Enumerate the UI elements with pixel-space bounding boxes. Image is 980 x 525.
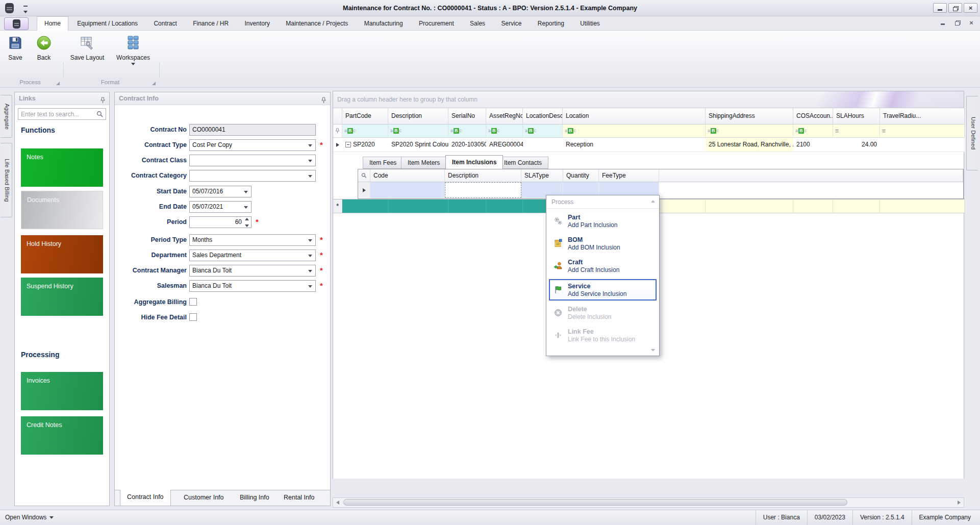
ribbon-tab-home[interactable]: Home <box>37 16 68 31</box>
back-button[interactable]: Back <box>30 33 58 61</box>
contract-manager-dropdown[interactable]: Bianca Du Toit <box>189 265 316 277</box>
column-header-assetregno[interactable]: AssetRegNo <box>486 108 523 124</box>
append-cell-assetregno[interactable] <box>486 199 523 213</box>
period-type-dropdown[interactable]: Months <box>189 234 316 246</box>
ribbon-tab-reporting[interactable]: Reporting <box>531 17 571 31</box>
column-header-description[interactable]: Description <box>388 108 448 124</box>
column-header-location[interactable]: Location <box>563 108 706 124</box>
group-dialog-launcher-icon[interactable] <box>152 82 156 85</box>
mdi-close-button[interactable]: × <box>968 19 975 26</box>
column-header-cosaccount[interactable]: COSAccoun... <box>793 108 833 124</box>
pin-icon[interactable] <box>100 95 106 108</box>
notes-button[interactable]: Notes <box>21 148 103 187</box>
aggregate-billing-checkbox[interactable] <box>189 298 197 306</box>
invoices-button[interactable]: Invoices <box>21 372 103 410</box>
grid-data-row[interactable]: SP2020 SP2020 Sprint Colour ... 2020-103… <box>333 138 964 152</box>
filter-cell-travelradius[interactable]: = <box>880 124 965 138</box>
menu-item-service[interactable]: Service Add Service Inclusion <box>549 279 657 301</box>
filter-cell-slahours[interactable]: = <box>833 124 880 138</box>
side-tab-life-based-billing[interactable]: Life Based Billing <box>1 143 12 217</box>
open-windows-button[interactable]: Open Windows <box>5 510 54 525</box>
filter-cell-location[interactable]: aBc <box>563 124 706 138</box>
menu-item-bom[interactable]: BOM Add BOM Inclusion <box>549 234 657 254</box>
filter-cell-shippingaddress[interactable]: aBc <box>706 124 793 138</box>
column-header-slahours[interactable]: SLAHours <box>833 108 880 124</box>
filter-cell-cosaccount[interactable]: aBc <box>793 124 833 138</box>
column-header-serialno[interactable]: SerialNo <box>448 108 486 124</box>
cell-assetregno[interactable]: AREG000046 <box>486 138 523 152</box>
ribbon-tab-equipment-locations[interactable]: Equipment / Locations <box>70 17 145 31</box>
period-field[interactable]: 60 <box>189 216 252 228</box>
column-header-partcode[interactable]: PartCode <box>342 108 388 124</box>
subcell-code[interactable] <box>370 182 445 198</box>
restore-button[interactable] <box>948 3 962 13</box>
salesman-dropdown[interactable]: Bianca Du Toit <box>189 280 316 292</box>
save-layout-button[interactable]: Save Layout <box>67 33 107 61</box>
department-dropdown[interactable]: Sales Department <box>189 249 316 261</box>
subcolumn-header-quantity[interactable]: Quantity <box>563 169 599 182</box>
side-tab-user-defined[interactable]: User Defined <box>966 96 978 170</box>
append-cell-travelradius[interactable] <box>880 199 965 213</box>
filter-cell-assetregno[interactable]: aBc <box>486 124 523 138</box>
append-cell-description[interactable] <box>388 199 448 213</box>
tab-contract-info[interactable]: Contract Info <box>120 490 171 506</box>
cell-description[interactable]: SP2020 Sprint Colour ... <box>388 138 448 152</box>
menu-scroll-down-icon[interactable] <box>651 349 655 352</box>
search-input[interactable] <box>21 110 95 118</box>
scroll-right-icon[interactable] <box>958 501 961 505</box>
ribbon-tab-contract[interactable]: Contract <box>146 17 184 31</box>
quick-access-dropdown-icon[interactable] <box>23 6 28 15</box>
suspend-history-button[interactable]: Suspend History <box>21 278 103 316</box>
subcolumn-header-code[interactable]: Code <box>370 169 445 182</box>
credit-notes-button[interactable]: Credit Notes <box>21 416 103 455</box>
workspaces-button[interactable]: Workspaces <box>113 33 153 65</box>
ribbon-tab-inventory[interactable]: Inventory <box>238 17 277 31</box>
cell-locationdesc[interactable] <box>523 138 563 152</box>
contract-no-field[interactable]: CO0000041 <box>189 124 316 136</box>
ribbon-tab-service[interactable]: Service <box>494 17 529 31</box>
hold-history-button[interactable]: Hold History <box>21 235 103 273</box>
tab-item-contacts[interactable]: Item Contacts <box>497 157 548 169</box>
cell-partcode[interactable]: SP2020 <box>342 138 388 152</box>
pin-icon[interactable] <box>321 95 326 108</box>
subcolumn-header-description[interactable]: Description <box>445 169 521 182</box>
column-header-travelradius[interactable]: TravelRadiu... <box>880 108 965 124</box>
group-dialog-launcher-icon[interactable] <box>56 82 60 85</box>
search-icon[interactable] <box>96 111 104 119</box>
subcolumn-header-feetype[interactable]: FeeType <box>599 169 659 182</box>
append-cell-cosaccount[interactable] <box>793 199 833 213</box>
ribbon-tab-manufacturing[interactable]: Manufacturing <box>357 17 410 31</box>
menu-item-part[interactable]: Part Add Part Inclusion <box>549 212 657 231</box>
subcell-description-editing[interactable] <box>445 182 521 198</box>
cell-serialno[interactable]: 2020-103050 <box>448 138 486 152</box>
cell-cosaccount[interactable]: 2100 <box>793 138 833 152</box>
column-header-shippingaddress[interactable]: ShippingAddress <box>706 108 793 124</box>
menu-scroll-up-icon[interactable] <box>651 200 655 203</box>
ribbon-tab-finance-hr[interactable]: Finance / HR <box>186 17 236 31</box>
cell-travelradius[interactable] <box>880 138 965 152</box>
contract-class-dropdown[interactable] <box>189 155 316 166</box>
mdi-restore-button[interactable] <box>953 19 961 26</box>
scrollbar-thumb[interactable] <box>343 499 847 506</box>
mdi-minimize-button[interactable] <box>939 19 946 26</box>
append-cell-serialno[interactable] <box>448 199 486 213</box>
documents-button[interactable]: Documents <box>21 191 103 229</box>
contract-type-dropdown[interactable]: Cost Per Copy <box>189 139 316 151</box>
append-cell-partcode[interactable] <box>342 199 388 213</box>
filter-cell-description[interactable]: aBc <box>388 124 448 138</box>
tab-item-meters[interactable]: Item Meters <box>401 157 446 169</box>
save-button[interactable]: Save <box>1 33 30 61</box>
cell-location[interactable]: Reception <box>563 138 706 152</box>
grid-horizontal-scrollbar[interactable] <box>333 497 964 508</box>
application-button[interactable] <box>4 17 29 30</box>
tab-item-fees[interactable]: Item Fees <box>363 157 403 169</box>
subcolumn-header-slatype[interactable]: SLAType <box>521 169 563 182</box>
append-cell-shippingaddress[interactable] <box>706 199 793 213</box>
end-date-field[interactable]: 05/07/2021 <box>189 201 252 213</box>
scroll-left-icon[interactable] <box>336 501 339 505</box>
grid-group-panel[interactable]: Drag a column header here to group by th… <box>333 91 964 108</box>
ribbon-tab-procurement[interactable]: Procurement <box>412 17 461 31</box>
column-header-locationdesc[interactable]: LocationDesc <box>523 108 563 124</box>
tab-item-inclusions[interactable]: Item Inclusions <box>445 155 503 169</box>
hide-fee-detail-checkbox[interactable] <box>189 313 197 321</box>
